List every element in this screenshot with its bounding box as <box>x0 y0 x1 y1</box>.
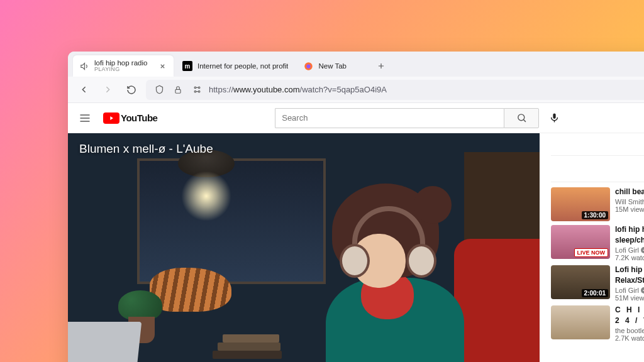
recommendation-title: lofi hip hop <box>615 225 644 234</box>
hamburger-menu-icon[interactable] <box>78 111 92 125</box>
recommendation-channel: Will Smith <box>615 198 644 206</box>
svg-rect-2 <box>175 89 180 93</box>
youtube-play-icon <box>103 112 119 124</box>
recommendation-title-line2: Relax/Study <box>615 276 644 285</box>
tab-title: Internet for people, not profit <box>197 62 288 70</box>
url-bar[interactable]: https://www.youtube.com/watch?v=5qap5aO4… <box>146 80 644 100</box>
recommendation-meta: 51M views • <box>615 294 644 302</box>
tab-close-button[interactable] <box>157 61 167 71</box>
search-button[interactable] <box>504 108 539 128</box>
recommendation-meta: 15M views • <box>615 206 644 213</box>
recommendation-title: C H I L L <box>615 305 644 315</box>
nav-toolbar: https://www.youtube.com/watch?v=5qap5aO4… <box>68 77 644 103</box>
recommendation-thumbnail: LIVE NOW <box>551 225 610 259</box>
recommendation-thumbnail: 1:30:00 <box>551 187 610 221</box>
video-artwork <box>68 133 540 362</box>
recommendation-item[interactable]: 1:30:00 chill beats t Will Smith 15M vie… <box>551 187 644 221</box>
url-text: https://www.youtube.com/watch?v=5qap5aO4… <box>209 85 644 94</box>
duration-badge: 2:00:01 <box>582 289 608 297</box>
youtube-body: Blumen x mell-ø - L'Aube SHOW CHAT 1:30:… <box>68 133 644 362</box>
tab-title: New Tab <box>318 62 347 70</box>
video-player[interactable]: Blumen x mell-ø - L'Aube <box>68 133 540 362</box>
search-input[interactable] <box>275 108 504 128</box>
chat-placeholder <box>551 156 644 182</box>
new-tab-button[interactable] <box>372 57 390 75</box>
recommendation-thumbnail: 2:00:01 <box>551 265 610 299</box>
shield-icon[interactable] <box>152 83 166 97</box>
youtube-logo[interactable]: YouTube <box>103 112 157 124</box>
recommendation-item[interactable]: C H I L L 2 4 / 7 the bootleg b 2.7K wat… <box>551 305 644 342</box>
svg-point-1 <box>306 64 310 68</box>
svg-point-7 <box>518 114 525 121</box>
reload-button[interactable] <box>122 80 141 99</box>
tab-strip: lofi hip hop radio PLAYING m Internet fo… <box>68 52 644 77</box>
voice-search-icon[interactable] <box>544 108 564 128</box>
youtube-header: YouTube <box>68 103 644 133</box>
tab-mozilla[interactable]: m Internet for people, not profit <box>176 55 294 77</box>
verified-icon <box>641 287 644 293</box>
browser-window: lofi hip hop radio PLAYING m Internet fo… <box>68 52 644 362</box>
recommendation-title-line2: sleep/chill t <box>615 236 644 245</box>
show-chat-button[interactable]: SHOW CHAT <box>551 133 644 156</box>
svg-point-3 <box>194 87 196 89</box>
back-button[interactable] <box>74 80 93 99</box>
youtube-logo-text: YouTube <box>121 112 157 123</box>
firefox-favicon-icon <box>303 61 313 71</box>
tab-subtitle: PLAYING <box>94 67 152 73</box>
recommendation-channel: Lofi Girl <box>615 246 644 254</box>
verified-icon <box>641 247 644 253</box>
recommendation-title-line2: 2 4 / 7 <box>615 316 644 326</box>
recommendation-title: Lofi hip hop <box>615 265 644 275</box>
duration-badge: 1:30:00 <box>582 211 608 219</box>
youtube-search <box>275 108 539 128</box>
lock-icon[interactable] <box>171 83 185 97</box>
svg-point-4 <box>198 87 200 89</box>
recommendation-channel: Lofi Girl <box>615 287 644 294</box>
recommendation-title: chill beats t <box>615 187 644 197</box>
permissions-icon[interactable] <box>190 83 204 97</box>
svg-point-6 <box>198 90 200 92</box>
mozilla-favicon-icon: m <box>182 61 192 71</box>
audio-playing-icon <box>79 61 89 71</box>
recommendation-list: 1:30:00 chill beats t Will Smith 15M vie… <box>551 187 644 342</box>
page-content: YouTube <box>68 103 644 362</box>
video-overlay-title: Blumen x mell-ø - L'Aube <box>79 142 213 156</box>
tab-lofi-radio[interactable]: lofi hip hop radio PLAYING <box>73 55 174 77</box>
forward-button[interactable] <box>98 80 117 99</box>
recommendation-item[interactable]: LIVE NOW lofi hip hop sleep/chill t Lofi… <box>551 225 644 261</box>
tab-new[interactable]: New Tab <box>297 55 366 77</box>
recommendation-channel: the bootleg b <box>615 327 644 334</box>
live-badge: LIVE NOW <box>574 248 609 257</box>
recommendations-sidebar: SHOW CHAT 1:30:00 chill beats t Will Smi… <box>540 133 644 362</box>
recommendation-meta: 7.2K watchin <box>615 254 644 261</box>
recommendation-item[interactable]: 2:00:01 Lofi hip hop Relax/Study Lofi Gi… <box>551 265 644 302</box>
recommendation-thumbnail <box>551 305 610 339</box>
recommendation-meta: 2.7K watchin <box>615 334 644 342</box>
svg-point-5 <box>194 90 196 92</box>
